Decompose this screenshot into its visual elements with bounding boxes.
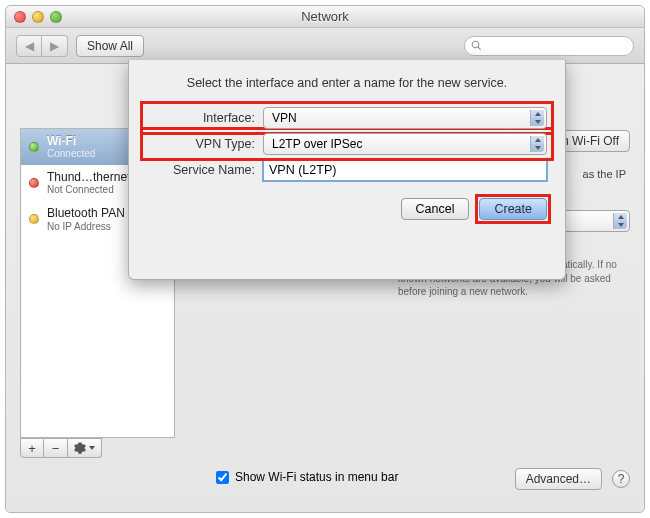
vpn-type-value: L2TP over IPSec xyxy=(272,137,363,151)
forward-button[interactable]: ▶ xyxy=(42,35,68,57)
toolbar: ◀ ▶ Show All xyxy=(6,28,644,64)
show-wifi-status-label: Show Wi-Fi status in menu bar xyxy=(235,470,398,484)
sheet-prompt: Select the interface and enter a name fo… xyxy=(147,76,547,90)
sidebar-item-status: No IP Address xyxy=(47,221,125,232)
interface-value: VPN xyxy=(272,111,297,125)
service-actions-menu[interactable] xyxy=(68,438,102,458)
vpn-type-select[interactable]: L2TP over IPSec xyxy=(263,133,547,155)
search-input[interactable] xyxy=(486,40,627,52)
create-highlight: Create xyxy=(479,198,547,220)
sidebar-item-label: Thund…thernet xyxy=(47,171,130,184)
sheet-actions: Cancel Create xyxy=(147,198,547,220)
sidebar-item-status: Not Connected xyxy=(47,184,130,195)
search-icon xyxy=(471,40,482,51)
remove-service-button[interactable]: − xyxy=(44,438,68,458)
interface-label: Interface: xyxy=(147,111,263,125)
sidebar-item-status: Connected xyxy=(47,148,95,159)
service-name-row: Service Name: xyxy=(147,156,547,184)
close-window-button[interactable] xyxy=(14,11,26,23)
vpn-type-row: VPN Type: L2TP over IPSec xyxy=(143,130,551,158)
minimize-window-button[interactable] xyxy=(32,11,44,23)
titlebar: Network xyxy=(6,6,644,28)
nav-segment: ◀ ▶ xyxy=(16,35,68,57)
cancel-button[interactable]: Cancel xyxy=(401,198,470,220)
service-name-label: Service Name: xyxy=(147,163,263,177)
create-button[interactable]: Create xyxy=(479,198,547,220)
interface-select[interactable]: VPN xyxy=(263,107,547,129)
show-all-button[interactable]: Show All xyxy=(76,35,144,57)
vpn-type-label: VPN Type: xyxy=(147,137,263,151)
gear-icon xyxy=(74,442,86,454)
new-service-sheet: Select the interface and enter a name fo… xyxy=(128,60,566,280)
status-dot-icon xyxy=(29,142,39,152)
sidebar-buttons: + − xyxy=(20,438,102,458)
show-wifi-status-input[interactable] xyxy=(216,471,229,484)
window-title: Network xyxy=(6,9,644,24)
status-dot-icon xyxy=(29,178,39,188)
sidebar-item-label: Wi-Fi xyxy=(47,135,95,148)
service-name-input[interactable] xyxy=(263,159,547,181)
search-field[interactable] xyxy=(464,36,634,56)
add-service-button[interactable]: + xyxy=(20,438,44,458)
show-wifi-status-checkbox[interactable]: Show Wi-Fi status in menu bar xyxy=(216,470,398,484)
zoom-window-button[interactable] xyxy=(50,11,62,23)
window-controls xyxy=(14,11,62,23)
help-button[interactable]: ? xyxy=(612,470,630,488)
advanced-button[interactable]: Advanced… xyxy=(515,468,602,490)
back-button[interactable]: ◀ xyxy=(16,35,42,57)
interface-row: Interface: VPN xyxy=(143,104,551,132)
sidebar-item-label: Bluetooth PAN xyxy=(47,207,125,220)
status-dot-icon xyxy=(29,214,39,224)
